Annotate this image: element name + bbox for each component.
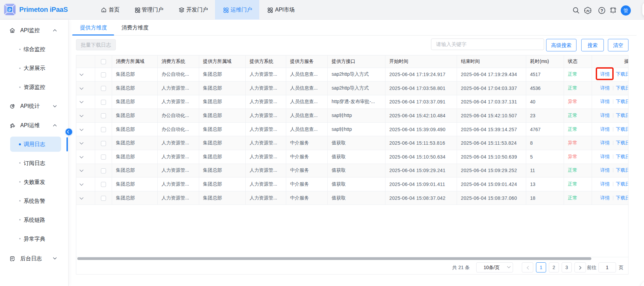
svg-text:P: P [8, 7, 11, 13]
svg-text:AI: AI [586, 9, 590, 13]
svg-text:?: ? [600, 8, 603, 13]
